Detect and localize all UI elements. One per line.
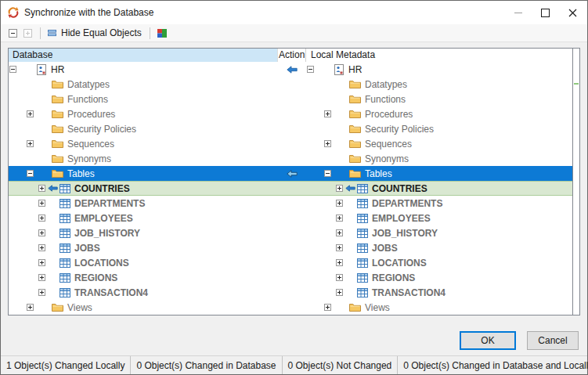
tree-expander-plus[interactable] <box>336 274 343 281</box>
status-not-changed: 0 Object(s) Not Changed <box>283 356 399 374</box>
ok-button[interactable]: OK <box>460 331 516 350</box>
tree-expander-plus[interactable] <box>336 185 343 192</box>
tree-expander-plus[interactable] <box>336 244 343 251</box>
tree-expander-plus[interactable] <box>38 200 45 207</box>
tree-expander-plus[interactable] <box>38 185 45 192</box>
tree-row-procedures[interactable]: ProceduresProcedures <box>9 106 572 121</box>
tree-expander-minus[interactable] <box>324 170 331 177</box>
tree-row-security-policies[interactable]: Security PoliciesSecurity Policies <box>9 121 572 136</box>
tree-expander-plus[interactable] <box>38 244 45 251</box>
maximize-button[interactable] <box>532 2 559 24</box>
tree-row-job-history[interactable]: JOB_HISTORYJOB_HISTORY <box>9 225 572 240</box>
overview-ruler[interactable] <box>572 49 579 315</box>
tree-expander-minus[interactable] <box>307 66 314 73</box>
tree-row-views[interactable]: ViewsViews <box>9 300 572 315</box>
tree-item-label: Procedures <box>365 109 413 120</box>
folder-icon <box>349 95 361 104</box>
tree-row-regions[interactable]: REGIONSREGIONS <box>9 270 572 285</box>
tree-expander-plus[interactable] <box>324 140 331 147</box>
table-icon-slot <box>60 229 70 238</box>
indent-spacer <box>9 188 38 189</box>
indent-spacer <box>306 188 336 189</box>
column-header-action[interactable]: Action <box>278 49 306 62</box>
folder-icon <box>52 303 63 312</box>
tree-expander-plus[interactable] <box>336 229 343 236</box>
folder-icon <box>52 124 63 134</box>
minimize-button[interactable] <box>504 2 532 24</box>
dialog-title: Synchronize with the Database <box>24 7 153 18</box>
tree-expander-plus[interactable] <box>336 289 343 296</box>
status-changed-locally: 1 Object(s) Changed Locally <box>1 356 131 374</box>
hide-equal-objects-button[interactable]: Hide Equal Objects <box>45 26 144 40</box>
expand-expander-icon <box>336 229 343 236</box>
color-legend-button[interactable] <box>154 27 170 40</box>
tree-row-countries[interactable]: COUNTRIESCOUNTRIES <box>9 181 572 196</box>
tree-expander-plus[interactable] <box>38 289 45 296</box>
local-metadata-tree-cell: JOB_HISTORY <box>306 225 572 240</box>
tree-row-employees[interactable]: EMPLOYEESEMPLOYEES <box>9 211 572 225</box>
tree-row-hr[interactable]: HRHR <box>9 62 572 77</box>
table-icon <box>60 273 70 283</box>
folder-icon <box>349 154 361 164</box>
tree-row-functions[interactable]: FunctionsFunctions <box>9 92 572 106</box>
expand-expander-icon <box>324 304 331 311</box>
collapse-all-button[interactable] <box>6 27 20 39</box>
tree-row-transaction4[interactable]: TRANSACTION4TRANSACTION4 <box>9 285 572 300</box>
tree-row-tables[interactable]: TablesTables <box>9 166 572 181</box>
tree-row-locations[interactable]: LOCATIONSLOCATIONS <box>9 255 572 270</box>
table-icon <box>357 199 368 208</box>
toolbar-separator <box>40 27 41 39</box>
tree-row-departments[interactable]: DEPARTMENTSDEPARTMENTS <box>9 196 572 211</box>
database-tree-cell: COUNTRIES <box>9 182 278 195</box>
tree-expander-minus[interactable] <box>9 66 16 73</box>
tree-expander-plus[interactable] <box>27 110 34 117</box>
tree-expander-plus[interactable] <box>324 110 331 117</box>
local-metadata-tree-cell: Synonyms <box>306 151 572 166</box>
collapse-expander-icon <box>307 66 314 73</box>
tree-expander-plus[interactable] <box>38 259 45 266</box>
database-tree-cell: Functions <box>9 92 278 106</box>
table-icon <box>357 288 368 297</box>
tree-row-datatypes[interactable]: DatatypesDatatypes <box>9 77 572 92</box>
collapse-expander-icon <box>324 170 331 177</box>
status-changed-in-database-and-locally: 0 Object(s) Changed in Database and Loca… <box>398 356 588 374</box>
tree-row-sequences[interactable]: SequencesSequences <box>9 136 572 151</box>
tree-row-synonyms[interactable]: SynonymsSynonyms <box>9 151 572 166</box>
tree-expander-plus[interactable] <box>38 274 45 281</box>
folder-icon-slot <box>349 303 361 312</box>
collapse-expander-icon <box>9 66 16 73</box>
indent-spacer <box>34 158 52 159</box>
folder-icon-slot <box>349 169 361 178</box>
tree-expander-plus[interactable] <box>38 229 45 236</box>
indent-spacer <box>9 143 27 144</box>
expand-expander-icon <box>336 215 343 222</box>
table-icon <box>357 258 368 268</box>
column-header-database[interactable]: Database <box>9 49 278 62</box>
database-tree-cell: Tables <box>9 166 278 181</box>
cancel-button[interactable]: Cancel <box>527 331 579 350</box>
expander-placeholder <box>27 96 34 103</box>
tree-expander-plus[interactable] <box>38 215 45 222</box>
column-header-local-metadata[interactable]: Local Metadata <box>306 49 572 62</box>
expand-all-button[interactable] <box>21 27 34 39</box>
expand-expander-icon <box>336 274 343 281</box>
tree-expander-minus[interactable] <box>27 170 34 177</box>
tree-row-jobs[interactable]: JOBSJOBS <box>9 240 572 255</box>
tree-item-label: JOBS <box>372 243 398 254</box>
indent-spacer <box>34 114 52 114</box>
tree-expander-plus[interactable] <box>336 259 343 266</box>
indent-spacer <box>34 173 52 174</box>
indent-spacer <box>343 262 345 263</box>
indent-spacer <box>331 99 349 99</box>
tree-expander-plus[interactable] <box>336 215 343 222</box>
tree-expander-plus[interactable] <box>324 304 331 311</box>
indent-spacer <box>331 307 349 308</box>
expand-expander-icon <box>324 110 331 117</box>
tree-expander-plus[interactable] <box>27 304 34 311</box>
tree-expander-plus[interactable] <box>27 140 34 147</box>
tree-expander-plus[interactable] <box>336 200 343 207</box>
sync-left-arrow-icon <box>48 185 58 192</box>
tree-item-label: Sequences <box>365 139 412 150</box>
close-button[interactable] <box>559 2 586 24</box>
table-icon-slot <box>60 214 70 223</box>
